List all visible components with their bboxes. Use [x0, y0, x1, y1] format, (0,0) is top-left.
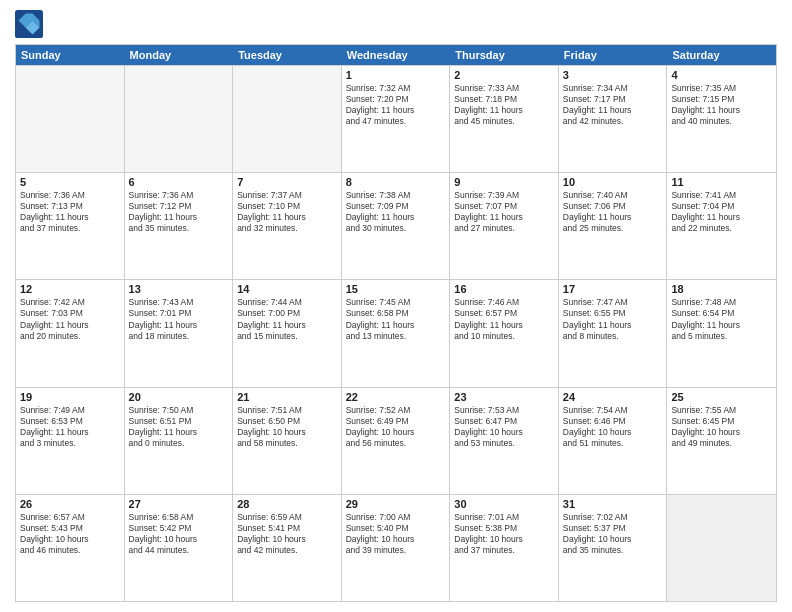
calendar-cell	[16, 66, 125, 172]
day-number: 11	[671, 176, 772, 188]
day-number: 3	[563, 69, 663, 81]
day-number: 13	[129, 283, 229, 295]
calendar-row-0: 1Sunrise: 7:32 AM Sunset: 7:20 PM Daylig…	[16, 65, 776, 172]
calendar-cell: 1Sunrise: 7:32 AM Sunset: 7:20 PM Daylig…	[342, 66, 451, 172]
calendar-cell: 21Sunrise: 7:51 AM Sunset: 6:50 PM Dayli…	[233, 388, 342, 494]
day-number: 21	[237, 391, 337, 403]
day-details: Sunrise: 7:35 AM Sunset: 7:15 PM Dayligh…	[671, 83, 772, 127]
day-details: Sunrise: 7:47 AM Sunset: 6:55 PM Dayligh…	[563, 297, 663, 341]
day-details: Sunrise: 7:44 AM Sunset: 7:00 PM Dayligh…	[237, 297, 337, 341]
calendar-cell: 29Sunrise: 7:00 AM Sunset: 5:40 PM Dayli…	[342, 495, 451, 601]
weekday-header-thursday: Thursday	[450, 45, 559, 65]
day-number: 30	[454, 498, 554, 510]
day-details: Sunrise: 7:36 AM Sunset: 7:13 PM Dayligh…	[20, 190, 120, 234]
calendar-cell	[125, 66, 234, 172]
day-details: Sunrise: 7:34 AM Sunset: 7:17 PM Dayligh…	[563, 83, 663, 127]
calendar-cell: 4Sunrise: 7:35 AM Sunset: 7:15 PM Daylig…	[667, 66, 776, 172]
day-details: Sunrise: 7:48 AM Sunset: 6:54 PM Dayligh…	[671, 297, 772, 341]
day-number: 8	[346, 176, 446, 188]
day-number: 12	[20, 283, 120, 295]
calendar-cell: 10Sunrise: 7:40 AM Sunset: 7:06 PM Dayli…	[559, 173, 668, 279]
weekday-header-saturday: Saturday	[667, 45, 776, 65]
calendar-cell: 2Sunrise: 7:33 AM Sunset: 7:18 PM Daylig…	[450, 66, 559, 172]
day-details: Sunrise: 7:46 AM Sunset: 6:57 PM Dayligh…	[454, 297, 554, 341]
calendar-cell	[667, 495, 776, 601]
calendar-cell: 13Sunrise: 7:43 AM Sunset: 7:01 PM Dayli…	[125, 280, 234, 386]
day-number: 7	[237, 176, 337, 188]
day-details: Sunrise: 7:38 AM Sunset: 7:09 PM Dayligh…	[346, 190, 446, 234]
calendar: SundayMondayTuesdayWednesdayThursdayFrid…	[15, 44, 777, 602]
calendar-cell: 25Sunrise: 7:55 AM Sunset: 6:45 PM Dayli…	[667, 388, 776, 494]
day-details: Sunrise: 7:54 AM Sunset: 6:46 PM Dayligh…	[563, 405, 663, 449]
calendar-cell: 30Sunrise: 7:01 AM Sunset: 5:38 PM Dayli…	[450, 495, 559, 601]
day-details: Sunrise: 7:53 AM Sunset: 6:47 PM Dayligh…	[454, 405, 554, 449]
day-number: 2	[454, 69, 554, 81]
calendar-cell: 12Sunrise: 7:42 AM Sunset: 7:03 PM Dayli…	[16, 280, 125, 386]
day-number: 6	[129, 176, 229, 188]
calendar-body: 1Sunrise: 7:32 AM Sunset: 7:20 PM Daylig…	[16, 65, 776, 601]
calendar-cell: 19Sunrise: 7:49 AM Sunset: 6:53 PM Dayli…	[16, 388, 125, 494]
day-details: Sunrise: 7:33 AM Sunset: 7:18 PM Dayligh…	[454, 83, 554, 127]
day-details: Sunrise: 7:55 AM Sunset: 6:45 PM Dayligh…	[671, 405, 772, 449]
day-number: 23	[454, 391, 554, 403]
page-header	[15, 10, 777, 38]
day-number: 18	[671, 283, 772, 295]
calendar-header: SundayMondayTuesdayWednesdayThursdayFrid…	[16, 45, 776, 65]
day-details: Sunrise: 7:01 AM Sunset: 5:38 PM Dayligh…	[454, 512, 554, 556]
day-details: Sunrise: 7:00 AM Sunset: 5:40 PM Dayligh…	[346, 512, 446, 556]
day-details: Sunrise: 7:51 AM Sunset: 6:50 PM Dayligh…	[237, 405, 337, 449]
day-number: 28	[237, 498, 337, 510]
calendar-cell: 20Sunrise: 7:50 AM Sunset: 6:51 PM Dayli…	[125, 388, 234, 494]
calendar-cell: 28Sunrise: 6:59 AM Sunset: 5:41 PM Dayli…	[233, 495, 342, 601]
day-details: Sunrise: 7:49 AM Sunset: 6:53 PM Dayligh…	[20, 405, 120, 449]
calendar-cell: 18Sunrise: 7:48 AM Sunset: 6:54 PM Dayli…	[667, 280, 776, 386]
calendar-cell: 16Sunrise: 7:46 AM Sunset: 6:57 PM Dayli…	[450, 280, 559, 386]
day-details: Sunrise: 7:32 AM Sunset: 7:20 PM Dayligh…	[346, 83, 446, 127]
calendar-row-4: 26Sunrise: 6:57 AM Sunset: 5:43 PM Dayli…	[16, 494, 776, 601]
calendar-cell: 15Sunrise: 7:45 AM Sunset: 6:58 PM Dayli…	[342, 280, 451, 386]
day-number: 29	[346, 498, 446, 510]
calendar-row-3: 19Sunrise: 7:49 AM Sunset: 6:53 PM Dayli…	[16, 387, 776, 494]
calendar-row-2: 12Sunrise: 7:42 AM Sunset: 7:03 PM Dayli…	[16, 279, 776, 386]
day-number: 19	[20, 391, 120, 403]
calendar-cell: 26Sunrise: 6:57 AM Sunset: 5:43 PM Dayli…	[16, 495, 125, 601]
logo	[15, 10, 47, 38]
calendar-cell: 6Sunrise: 7:36 AM Sunset: 7:12 PM Daylig…	[125, 173, 234, 279]
day-details: Sunrise: 7:39 AM Sunset: 7:07 PM Dayligh…	[454, 190, 554, 234]
weekday-header-monday: Monday	[125, 45, 234, 65]
calendar-cell: 8Sunrise: 7:38 AM Sunset: 7:09 PM Daylig…	[342, 173, 451, 279]
day-details: Sunrise: 7:42 AM Sunset: 7:03 PM Dayligh…	[20, 297, 120, 341]
calendar-cell: 17Sunrise: 7:47 AM Sunset: 6:55 PM Dayli…	[559, 280, 668, 386]
weekday-header-wednesday: Wednesday	[342, 45, 451, 65]
calendar-cell: 7Sunrise: 7:37 AM Sunset: 7:10 PM Daylig…	[233, 173, 342, 279]
day-number: 5	[20, 176, 120, 188]
calendar-cell: 27Sunrise: 6:58 AM Sunset: 5:42 PM Dayli…	[125, 495, 234, 601]
day-number: 22	[346, 391, 446, 403]
day-details: Sunrise: 7:02 AM Sunset: 5:37 PM Dayligh…	[563, 512, 663, 556]
day-details: Sunrise: 6:58 AM Sunset: 5:42 PM Dayligh…	[129, 512, 229, 556]
day-number: 27	[129, 498, 229, 510]
weekday-header-tuesday: Tuesday	[233, 45, 342, 65]
day-details: Sunrise: 7:52 AM Sunset: 6:49 PM Dayligh…	[346, 405, 446, 449]
day-number: 25	[671, 391, 772, 403]
calendar-cell: 3Sunrise: 7:34 AM Sunset: 7:17 PM Daylig…	[559, 66, 668, 172]
day-number: 14	[237, 283, 337, 295]
calendar-cell: 22Sunrise: 7:52 AM Sunset: 6:49 PM Dayli…	[342, 388, 451, 494]
day-details: Sunrise: 6:57 AM Sunset: 5:43 PM Dayligh…	[20, 512, 120, 556]
calendar-cell	[233, 66, 342, 172]
calendar-cell: 14Sunrise: 7:44 AM Sunset: 7:00 PM Dayli…	[233, 280, 342, 386]
day-details: Sunrise: 7:36 AM Sunset: 7:12 PM Dayligh…	[129, 190, 229, 234]
logo-icon	[15, 10, 43, 38]
day-number: 31	[563, 498, 663, 510]
day-number: 17	[563, 283, 663, 295]
calendar-cell: 9Sunrise: 7:39 AM Sunset: 7:07 PM Daylig…	[450, 173, 559, 279]
day-number: 1	[346, 69, 446, 81]
day-details: Sunrise: 7:45 AM Sunset: 6:58 PM Dayligh…	[346, 297, 446, 341]
calendar-cell: 24Sunrise: 7:54 AM Sunset: 6:46 PM Dayli…	[559, 388, 668, 494]
calendar-cell: 23Sunrise: 7:53 AM Sunset: 6:47 PM Dayli…	[450, 388, 559, 494]
calendar-row-1: 5Sunrise: 7:36 AM Sunset: 7:13 PM Daylig…	[16, 172, 776, 279]
calendar-cell: 11Sunrise: 7:41 AM Sunset: 7:04 PM Dayli…	[667, 173, 776, 279]
weekday-header-friday: Friday	[559, 45, 668, 65]
day-details: Sunrise: 7:43 AM Sunset: 7:01 PM Dayligh…	[129, 297, 229, 341]
day-details: Sunrise: 7:50 AM Sunset: 6:51 PM Dayligh…	[129, 405, 229, 449]
